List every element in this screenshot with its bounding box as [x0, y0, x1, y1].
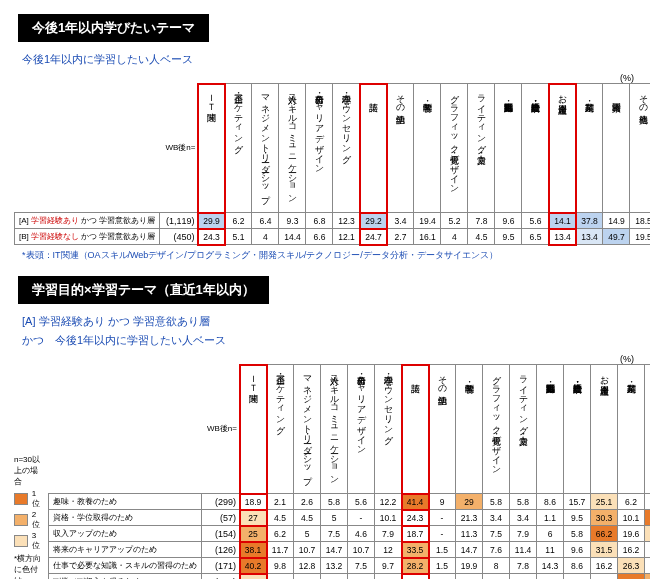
cell: 19.5: [630, 229, 650, 245]
cell: 6.2: [225, 213, 252, 229]
column-header-cell: グラフィック・視覚デザイン: [441, 84, 468, 213]
cell: 7.5: [321, 526, 348, 542]
legend-label-1: 1位: [32, 489, 42, 509]
cell: 13.4: [576, 229, 603, 245]
cell: 37.8: [576, 213, 603, 229]
cell: 2.6: [294, 494, 321, 510]
table-row: [A] 学習経験あり かつ 学習意欲あり層(1,119)29.96.26.49.…: [15, 213, 651, 229]
cell: 31.5: [591, 542, 618, 558]
cell: 18.7: [402, 526, 429, 542]
cell: 14.9: [603, 213, 630, 229]
cell: 24.3: [198, 229, 225, 245]
cell: 41.4: [402, 494, 429, 510]
table-row: 仕事で必要な知識・スキルの習得のため(171)40.29.812.813.27.…: [49, 558, 651, 574]
column-header-cell: 心理学・カウンセリング: [333, 84, 360, 213]
cell: 6.8: [306, 213, 333, 229]
section1-unit: (%): [10, 73, 634, 83]
cell: 5.6: [348, 494, 375, 510]
cell: 2.1: [267, 494, 294, 510]
cell: 4.6: [348, 526, 375, 542]
row-n: (124): [202, 574, 240, 580]
cell: 18.9: [240, 494, 267, 510]
column-header-cell: 対人スキル・コミュニケーション: [279, 84, 306, 213]
column-header: 企画・マーケティング: [232, 88, 245, 148]
column-header-cell: 動画編集・写真撮影: [495, 84, 522, 213]
row-label: [A] 学習経験あり かつ 学習意欲あり層: [15, 213, 160, 229]
cell: 1.1: [537, 510, 564, 526]
legend-label-3: 3位: [32, 531, 42, 551]
cell: 49.7: [603, 229, 630, 245]
cell: 17.2: [402, 574, 429, 580]
cell: 15.7: [564, 494, 591, 510]
cell: 14.1: [549, 213, 576, 229]
cell: -: [348, 510, 375, 526]
cell: 9: [375, 574, 402, 580]
cell: 6.5: [522, 229, 549, 245]
cell: 28.2: [402, 558, 429, 574]
cell: 14.7: [321, 542, 348, 558]
cell: 5: [321, 574, 348, 580]
row-n: (171): [202, 558, 240, 574]
cell: 4: [441, 229, 468, 245]
cell: 40.2: [240, 558, 267, 574]
cell: 8.6: [645, 558, 651, 574]
column-header-cell: 自己分析・キャリアデザイン: [306, 84, 333, 213]
cell: 36.8: [645, 574, 651, 580]
column-header-cell: 対人スキル・コミュニケーション: [321, 365, 348, 494]
cell: 8: [483, 558, 510, 574]
table-row: 収入アップのため(154)256.257.54.67.918.7-11.37.5…: [49, 526, 651, 542]
cell: 9.8: [267, 558, 294, 574]
column-header-cell: 英語: [360, 84, 387, 213]
column-header: グラフィック・視覚デザイン: [448, 88, 461, 188]
section1-table: WB後n=ＩＴ関連企画・マーケティングマネジメント・リーダーシップ対人スキル・コ…: [14, 83, 650, 245]
cell: 38.1: [240, 542, 267, 558]
column-header: 対人スキル・コミュニケーション: [328, 369, 341, 479]
table-row: [B] 学習経験なし かつ 学習意欲あり層(450)24.35.1414.46.…: [15, 229, 651, 245]
cell: 12: [375, 542, 402, 558]
column-header: その他資格: [637, 88, 650, 108]
column-header: マネジメント・リーダーシップ: [259, 88, 272, 198]
cell: 8.6: [537, 494, 564, 510]
cell: 30.3: [591, 510, 618, 526]
section1-footnote: *表頭：IT関連（OAスキル/Webデザイン/プログラミング・開発スキル/テクノ…: [22, 249, 640, 262]
column-header-cell: お金・資産運用: [591, 365, 618, 494]
cell: 27: [240, 510, 267, 526]
column-header-cell: グラフィック・視覚デザイン: [483, 365, 510, 494]
table-row: 副業／副収入を得るため(124)32.174.155.6917.2-8.67.2…: [49, 574, 651, 580]
cell: 5.8: [321, 494, 348, 510]
column-header-cell: 教養・学問: [414, 84, 441, 213]
legend-swatch-2: [14, 514, 28, 526]
column-header: ＩＴ関連: [247, 369, 260, 387]
table-row: 資格・学位取得のため(57)274.54.55-10.124.3-21.33.4…: [49, 510, 651, 526]
cell: 12.3: [333, 213, 360, 229]
cell: 5.8: [564, 526, 591, 542]
column-header-cell: その他語学: [429, 365, 456, 494]
column-header-cell: 企画・マーケティング: [267, 365, 294, 494]
cell: 12.1: [333, 229, 360, 245]
cell: -: [429, 526, 456, 542]
cell: 2.7: [387, 229, 414, 245]
cell: 14.4: [279, 229, 306, 245]
column-header: 自己分析・キャリアデザイン: [355, 369, 368, 449]
cell: 5.6: [348, 574, 375, 580]
cell: 29.9: [198, 213, 225, 229]
cell: 19.6: [618, 526, 645, 542]
section2-title: 学習目的×学習テーマ（直近1年以内）: [18, 276, 269, 304]
wb-label: WB後n=: [160, 84, 198, 213]
cell: 7.8: [468, 213, 495, 229]
section2-table: WB後n=ＩＴ関連企画・マーケティングマネジメント・リーダーシップ対人スキル・コ…: [48, 364, 650, 579]
cell: 11: [537, 542, 564, 558]
row-label: 資格・学位取得のため: [49, 510, 202, 526]
cell: 10.7: [348, 542, 375, 558]
section1-title: 今後1年以内学びたいテーマ: [18, 14, 209, 42]
column-header-cell: ＩＴ関連: [240, 365, 267, 494]
cell: 12.2: [375, 494, 402, 510]
column-header-cell: 教養・学問: [456, 365, 483, 494]
cell: 9.6: [495, 213, 522, 229]
cell: 15.4: [537, 574, 564, 580]
cell: 16.2: [591, 558, 618, 574]
cell: 13.4: [549, 229, 576, 245]
cell: 7.9: [510, 526, 537, 542]
cell: 18.5: [630, 213, 650, 229]
cell: 9.5: [564, 510, 591, 526]
